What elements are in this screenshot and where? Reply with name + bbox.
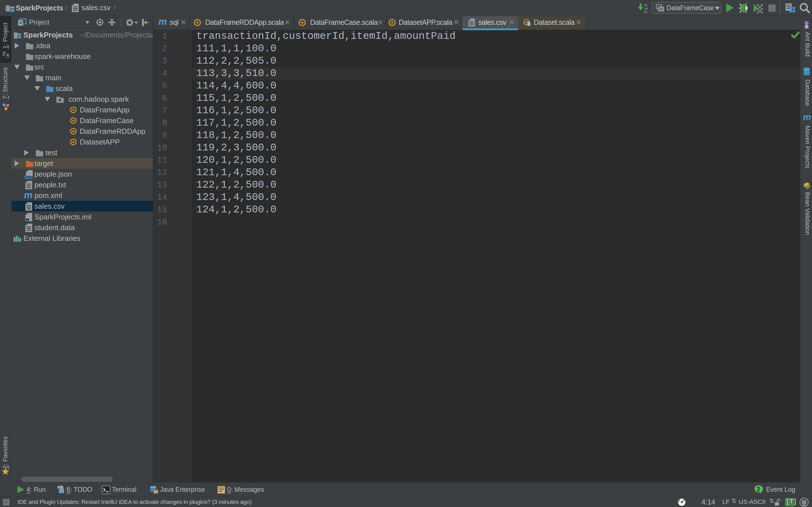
- svg-text:EE: EE: [154, 490, 158, 494]
- svg-text:01: 01: [644, 4, 648, 7]
- svg-text:10: 10: [644, 7, 648, 10]
- svg-text:01: 01: [644, 10, 648, 13]
- svg-text:2: 2: [756, 486, 760, 493]
- svg-text:JSON: JSON: [25, 175, 33, 179]
